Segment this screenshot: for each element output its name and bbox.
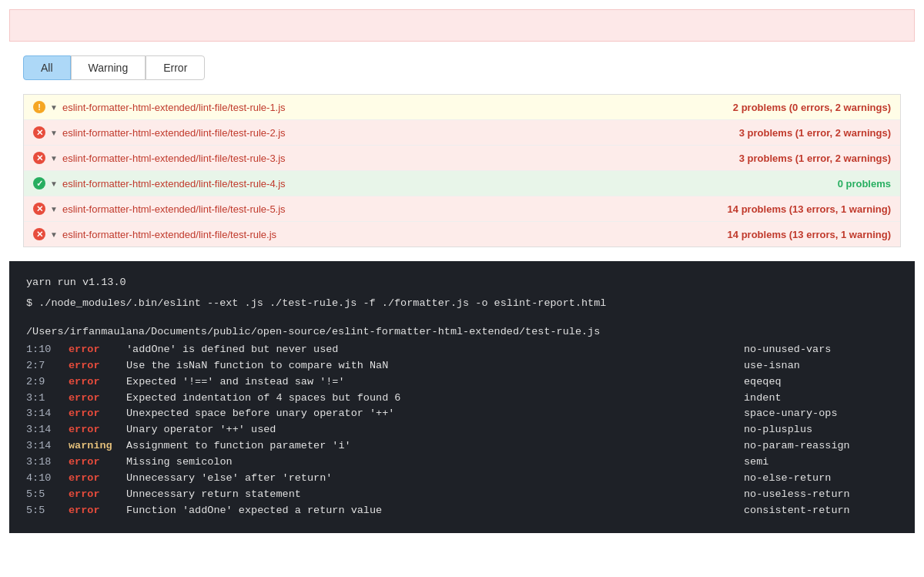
terminal-line-num: 3:14: [26, 438, 69, 455]
file-path-link[interactable]: eslint-formatter-html-extended/lint-file…: [62, 127, 286, 139]
file-status-icon: ✕: [33, 203, 45, 215]
terminal-line-num: 3:1: [26, 391, 69, 407]
terminal-rule: use-isnan: [744, 358, 898, 374]
report-header: [9, 9, 915, 42]
terminal-message: Unary operator '++' used: [126, 422, 744, 438]
file-summary: 14 problems (13 errors, 1 warning): [728, 229, 891, 240]
terminal-line-num: 2:7: [26, 358, 69, 374]
terminal-row: 1:10 error 'addOne' is defined but never…: [26, 342, 898, 358]
file-status-icon: !: [33, 101, 45, 113]
terminal-severity: error: [69, 471, 126, 487]
terminal-severity: error: [69, 422, 126, 438]
file-status-icon: ✕: [33, 152, 45, 164]
terminal: yarn run v1.13.0 $ ./node_modules/.bin/e…: [9, 261, 915, 533]
terminal-message: Assignment to function parameter 'i': [126, 438, 744, 455]
chevron-icon: ▼: [50, 205, 58, 213]
file-path-link[interactable]: eslint-formatter-html-extended/lint-file…: [62, 203, 286, 215]
terminal-severity: error: [69, 358, 126, 374]
file-status-icon: ✕: [33, 228, 45, 240]
chevron-icon: ▼: [50, 154, 58, 163]
terminal-rule: semi: [744, 455, 898, 471]
terminal-rule: consistent-return: [744, 503, 898, 519]
file-summary: 2 problems (0 errors, 2 warnings): [733, 102, 891, 113]
file-left: ✕ ▼ eslint-formatter-html-extended/lint-…: [33, 126, 286, 139]
file-path-link[interactable]: eslint-formatter-html-extended/lint-file…: [62, 102, 286, 113]
terminal-message: Expected '!==' and instead saw '!=': [126, 374, 744, 391]
terminal-message: Unnecessary 'else' after 'return': [126, 471, 744, 487]
terminal-row: 3:14 error Unary operator '++' used no-p…: [26, 422, 898, 438]
file-status-icon: ✕: [33, 126, 45, 139]
file-summary: 3 problems (1 error, 2 warnings): [739, 127, 891, 139]
terminal-line-num: 1:10: [26, 342, 69, 358]
terminal-row: 4:10 error Unnecessary 'else' after 'ret…: [26, 471, 898, 487]
terminal-message: Unexpected space before unary operator '…: [126, 406, 744, 422]
terminal-rule: no-plusplus: [744, 422, 898, 438]
terminal-row: 3:18 error Missing semicolon semi: [26, 455, 898, 471]
file-list: ! ▼ eslint-formatter-html-extended/lint-…: [23, 94, 901, 247]
terminal-row: 5:5 error Unnecessary return statement n…: [26, 487, 898, 503]
file-left: ✕ ▼ eslint-formatter-html-extended/lint-…: [33, 228, 276, 240]
terminal-rule: no-unused-vars: [744, 342, 898, 358]
file-left: ✕ ▼ eslint-formatter-html-extended/lint-…: [33, 203, 286, 215]
terminal-message: Use the isNaN function to compare with N…: [126, 358, 744, 374]
terminal-cmd2: $ ./node_modules/.bin/eslint --ext .js .…: [26, 296, 898, 312]
terminal-line-num: 3:18: [26, 455, 69, 471]
terminal-line-num: 3:14: [26, 406, 69, 422]
terminal-line-num: 3:14: [26, 422, 69, 438]
terminal-line-num: 2:9: [26, 374, 69, 391]
terminal-row: 2:7 error Use the isNaN function to comp…: [26, 358, 898, 374]
terminal-rule: space-unary-ops: [744, 406, 898, 422]
filter-all-button[interactable]: All: [23, 55, 71, 80]
file-path-link[interactable]: eslint-formatter-html-extended/lint-file…: [62, 229, 276, 240]
chevron-icon: ▼: [50, 129, 58, 137]
terminal-severity: error: [69, 342, 126, 358]
terminal-severity: warning: [69, 438, 126, 455]
terminal-line-num: 4:10: [26, 471, 69, 487]
file-row: ! ▼ eslint-formatter-html-extended/lint-…: [24, 95, 900, 120]
terminal-message: Missing semicolon: [126, 455, 744, 471]
terminal-rule: no-else-return: [744, 471, 898, 487]
terminal-rule: indent: [744, 391, 898, 407]
filter-error-button[interactable]: Error: [146, 55, 205, 80]
chevron-icon: ▼: [50, 230, 58, 239]
chevron-icon: ▼: [50, 179, 58, 188]
chevron-icon: ▼: [50, 103, 58, 112]
file-status-icon: ✓: [33, 177, 45, 190]
terminal-severity: error: [69, 374, 126, 391]
terminal-line-num: 5:5: [26, 487, 69, 503]
file-path-link[interactable]: eslint-formatter-html-extended/lint-file…: [62, 153, 286, 164]
file-summary: 14 problems (13 errors, 1 warning): [728, 203, 891, 215]
file-row: ✕ ▼ eslint-formatter-html-extended/lint-…: [24, 196, 900, 222]
file-path-link[interactable]: eslint-formatter-html-extended/lint-file…: [62, 178, 286, 190]
file-row: ✕ ▼ eslint-formatter-html-extended/lint-…: [24, 146, 900, 171]
file-summary: 0 problems: [838, 178, 891, 190]
terminal-message: Function 'addOne' expected a return valu…: [126, 503, 744, 519]
terminal-row: 3:14 warning Assignment to function para…: [26, 438, 898, 455]
terminal-row: 5:5 error Function 'addOne' expected a r…: [26, 503, 898, 519]
terminal-row: 3:1 error Expected indentation of 4 spac…: [26, 391, 898, 407]
file-row: ✕ ▼ eslint-formatter-html-extended/lint-…: [24, 222, 900, 247]
file-summary: 3 problems (1 error, 2 warnings): [739, 153, 891, 164]
file-left: ! ▼ eslint-formatter-html-extended/lint-…: [33, 101, 286, 113]
terminal-severity: error: [69, 503, 126, 519]
terminal-cmd1: yarn run v1.13.0: [26, 275, 898, 291]
terminal-severity: error: [69, 406, 126, 422]
terminal-filepath: /Users/irfanmaulana/Documents/public/ope…: [26, 324, 898, 340]
terminal-row: 3:14 error Unexpected space before unary…: [26, 406, 898, 422]
terminal-severity: error: [69, 487, 126, 503]
terminal-severity: error: [69, 455, 126, 471]
file-row: ✕ ▼ eslint-formatter-html-extended/lint-…: [24, 120, 900, 146]
filter-warning-button[interactable]: Warning: [71, 55, 146, 80]
terminal-message: Expected indentation of 4 spaces but fou…: [126, 391, 744, 407]
file-left: ✓ ▼ eslint-formatter-html-extended/lint-…: [33, 177, 286, 190]
filter-bar: All Warning Error: [0, 42, 924, 94]
terminal-rule: no-useless-return: [744, 487, 898, 503]
terminal-row: 2:9 error Expected '!==' and instead saw…: [26, 374, 898, 391]
file-row: ✓ ▼ eslint-formatter-html-extended/lint-…: [24, 171, 900, 196]
file-left: ✕ ▼ eslint-formatter-html-extended/lint-…: [33, 152, 286, 164]
terminal-severity: error: [69, 391, 126, 407]
terminal-message: Unnecessary return statement: [126, 487, 744, 503]
terminal-rule: no-param-reassign: [744, 438, 898, 455]
terminal-line-num: 5:5: [26, 503, 69, 519]
terminal-rule: eqeqeq: [744, 374, 898, 391]
